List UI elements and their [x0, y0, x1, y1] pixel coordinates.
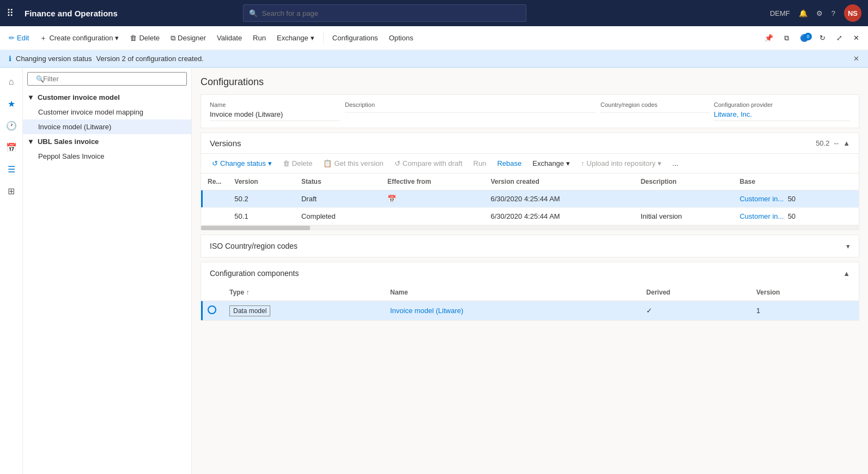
expand-button[interactable]: ⤢: [832, 32, 847, 44]
tree-item-invoice-model-litware[interactable]: Invoice model (Litware): [23, 119, 191, 134]
config-header-grid: Name Invoice model (Litware) Description…: [210, 101, 850, 121]
separator-1: [323, 33, 324, 44]
calendar-icon[interactable]: 📅: [387, 195, 396, 203]
info-close-button[interactable]: ✕: [853, 55, 859, 63]
iso-title: ISO Country/region codes: [210, 242, 298, 250]
waffle-icon[interactable]: ⠿: [7, 7, 14, 19]
col-status: Status: [295, 173, 381, 190]
config-components-title: Configuration components: [210, 269, 299, 278]
versions-run-button[interactable]: Run: [469, 157, 491, 170]
sidebar-list-icon[interactable]: ☰: [2, 159, 21, 179]
exchange-button[interactable]: Exchange ▾: [272, 32, 319, 44]
refresh-button[interactable]: ↻: [815, 32, 830, 44]
ver-row-base: Customer in... 50: [733, 208, 859, 225]
get-version-icon: 📋: [323, 159, 332, 167]
config-provider-col: Configuration provider Litware, Inc.: [714, 101, 850, 121]
scroll-track[interactable]: [201, 225, 859, 230]
help-icon[interactable]: ?: [831, 9, 835, 17]
options-button[interactable]: Options: [385, 32, 418, 44]
search-input[interactable]: [262, 9, 520, 17]
top-navigation: ⠿ Finance and Operations 🔍 DEMF 🔔 ⚙ ? NS: [0, 0, 868, 26]
tree-item-peppol-sales-invoice[interactable]: Peppol Sales Invoice: [23, 149, 191, 164]
tree-item-customer-invoice-mapping[interactable]: Customer invoice model mapping: [23, 105, 191, 119]
command-bar: ✏ Edit ＋ Create configuration ▾ 🗑 Delete…: [0, 26, 868, 50]
sidebar-calendar-icon[interactable]: 📅: [2, 137, 21, 157]
versions-section: Versions 50.2 -- ▲ ↺ Change status ▾ 🗑 D…: [201, 133, 859, 230]
versions-delete-button[interactable]: 🗑 Delete: [278, 157, 317, 170]
close-button[interactable]: ✕: [849, 32, 864, 44]
sidebar-recent-icon[interactable]: 🕐: [2, 116, 21, 135]
sidebar-home-icon[interactable]: ⌂: [2, 72, 21, 92]
command-bar-right: 📌 ⧉ 🔵 0 ↻ ⤢ ✕: [760, 32, 864, 45]
tree-item-ubl-sales-invoice[interactable]: ▼ UBL Sales invoice: [23, 134, 191, 149]
versions-separator: --: [834, 139, 839, 147]
comp-table-row-0[interactable]: Data model Invoice model (Litware) ✓ 1: [201, 301, 859, 321]
upload-icon: ↑: [581, 159, 585, 167]
pin-button[interactable]: 📌: [760, 32, 778, 44]
sidebar-table-icon[interactable]: ⊞: [2, 181, 21, 201]
config-components-header: Configuration components ▲: [201, 262, 859, 284]
col-version-created: Version created: [484, 173, 634, 190]
content-area: Configurations Name Invoice model (Litwa…: [192, 68, 868, 474]
versions-more-button[interactable]: ...: [668, 157, 683, 170]
tree-item-customer-invoice-model[interactable]: ▼ Customer invoice model: [23, 90, 191, 105]
badge-button[interactable]: 🔵 0: [796, 32, 813, 44]
comp-row-derived: ✓: [640, 301, 750, 321]
dropdown-chevron-icon: ▾: [115, 34, 119, 42]
settings-icon[interactable]: ⚙: [816, 9, 823, 17]
change-status-chevron-icon: ▾: [268, 159, 272, 167]
versions-table-row-0[interactable]: 50.2 Draft 📅 6/30/2020 4:25:44 AM Custom…: [201, 190, 859, 208]
comp-col-radio: [201, 284, 223, 301]
versions-header: Versions 50.2 -- ▲: [201, 133, 859, 154]
edit-icon: ✏: [9, 34, 15, 42]
delete-button[interactable]: 🗑 Delete: [125, 32, 164, 44]
versions-exchange-button[interactable]: Exchange ▾: [528, 157, 574, 170]
ext-button[interactable]: ⧉: [780, 32, 793, 45]
global-search-bar[interactable]: 🔍: [243, 4, 526, 22]
comp-row-name: Invoice model (Litware): [384, 301, 640, 321]
compare-with-draft-button[interactable]: ↺ Compare with draft: [390, 157, 467, 170]
edit-button[interactable]: ✏ Edit: [4, 32, 33, 44]
info-bar: ℹ Changing version status Version 2 of c…: [0, 50, 868, 68]
col-base: Base: [733, 173, 859, 190]
config-name-label: Name: [210, 101, 341, 108]
ver-row-indicator: [201, 190, 228, 208]
sidebar-star-icon[interactable]: ★: [2, 94, 21, 113]
change-status-button[interactable]: ↺ Change status ▾: [208, 157, 276, 170]
configurations-tab-button[interactable]: Configurations: [328, 32, 383, 44]
ver-row-version-created: 6/30/2020 4:25:44 AM: [484, 190, 634, 208]
compare-icon: ↺: [394, 159, 400, 167]
config-country-label: Country/region codes: [600, 101, 709, 108]
tree-search-icon: 🔍: [36, 75, 44, 83]
comp-col-version: Version: [750, 284, 859, 301]
info-detail: Version 2 of configuration created.: [96, 55, 203, 63]
info-icon: ℹ: [9, 55, 11, 63]
exchange-chevron-icon: ▾: [311, 34, 314, 42]
upload-chevron-icon: ▾: [658, 159, 661, 167]
versions-table-row-1[interactable]: 50.1 Completed 6/30/2020 4:25:44 AM Init…: [201, 208, 859, 225]
iso-header[interactable]: ISO Country/region codes ▾: [201, 235, 859, 257]
versions-collapse-icon[interactable]: ▲: [843, 139, 850, 147]
scroll-thumb[interactable]: [201, 226, 310, 230]
config-provider-value[interactable]: Litware, Inc.: [714, 110, 850, 121]
plus-icon: ＋: [40, 33, 47, 43]
rebase-button[interactable]: Rebase: [493, 157, 526, 170]
config-components-section: Configuration components ▲ Type ↑ Name D…: [201, 262, 859, 321]
user-label: DEMF: [770, 9, 790, 17]
avatar[interactable]: NS: [844, 4, 861, 22]
designer-button[interactable]: ⧉ Designer: [166, 32, 210, 45]
comp-col-type: Type ↑: [223, 284, 384, 301]
app-title: Finance and Operations: [25, 9, 118, 18]
get-this-version-button[interactable]: 📋 Get this version: [319, 157, 387, 170]
notification-icon[interactable]: 🔔: [799, 9, 808, 17]
create-configuration-button[interactable]: ＋ Create configuration ▾: [35, 31, 123, 45]
upload-into-repository-button[interactable]: ↑ Upload into repository ▾: [576, 157, 666, 170]
config-desc-label: Description: [345, 101, 596, 108]
run-button[interactable]: Run: [248, 32, 270, 44]
change-status-icon: ↺: [212, 159, 218, 167]
versions-table: Re... Version Status Effective from Vers…: [201, 173, 859, 225]
config-country-col: Country/region codes: [600, 101, 709, 121]
comp-row-radio[interactable]: [201, 301, 223, 321]
tree-filter-input[interactable]: [27, 72, 187, 86]
validate-button[interactable]: Validate: [213, 32, 246, 44]
